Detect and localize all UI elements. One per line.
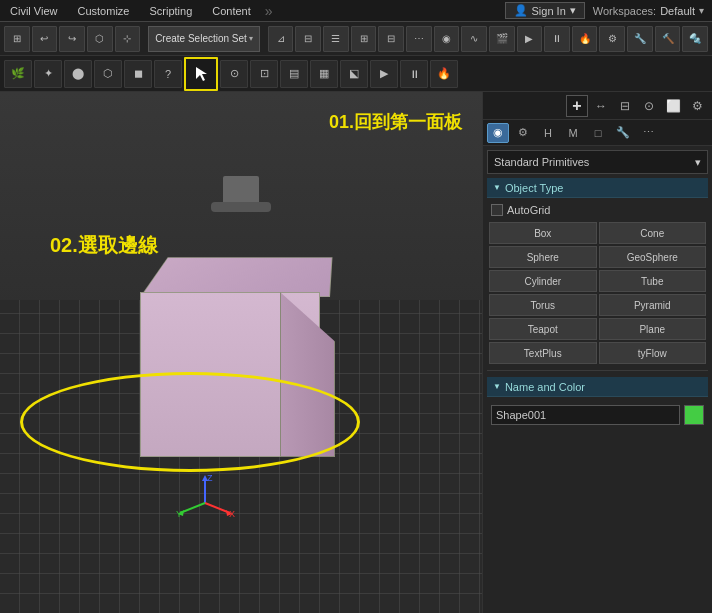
cylinder-btn[interactable]: ⬡: [94, 60, 122, 88]
tab-hierarchy[interactable]: H: [537, 123, 559, 143]
undo-btn[interactable]: ↩: [32, 26, 58, 52]
btn-cylinder[interactable]: Cylinder: [489, 270, 597, 292]
btn-cone[interactable]: Cone: [599, 222, 707, 244]
main-area: 01.回到第一面板 02.選取邊線 Z X Y +: [0, 92, 712, 613]
all-btn[interactable]: ▤: [280, 60, 308, 88]
tab-utilities[interactable]: 🔧: [612, 123, 634, 143]
select-obj-btn[interactable]: ⬡: [87, 26, 113, 52]
redo-btn[interactable]: ↪: [59, 26, 85, 52]
name-color-label: Name and Color: [505, 381, 585, 393]
workspaces-dropdown[interactable]: ▾: [699, 5, 704, 16]
select-btn[interactable]: ✦: [34, 60, 62, 88]
svg-marker-0: [196, 67, 207, 81]
color-swatch[interactable]: [684, 405, 704, 425]
sign-in-label: Sign In: [532, 5, 566, 17]
autogrid-label: AutoGrid: [507, 204, 550, 216]
tab-motion[interactable]: M: [562, 123, 584, 143]
circle-panel-icon: ⊙: [638, 95, 660, 117]
fire2-btn[interactable]: 🔥: [430, 60, 458, 88]
btn-sphere[interactable]: Sphere: [489, 246, 597, 268]
svg-text:Y: Y: [176, 509, 182, 519]
dropdown-icon: ▾: [570, 4, 576, 17]
btn-torus[interactable]: Torus: [489, 294, 597, 316]
foliage-btn[interactable]: 🌿: [4, 60, 32, 88]
invert-btn[interactable]: ⬕: [340, 60, 368, 88]
object-type-header[interactable]: ▼ Object Type: [487, 178, 708, 198]
extra1-btn[interactable]: 🔧: [627, 26, 653, 52]
align2-btn[interactable]: ☰: [323, 26, 349, 52]
tab-display[interactable]: □: [587, 123, 609, 143]
tab-extra[interactable]: ⋯: [637, 123, 659, 143]
workspaces-label: Workspaces:: [593, 5, 656, 17]
svg-text:Z: Z: [207, 473, 213, 483]
extra3-btn[interactable]: 🔩: [682, 26, 708, 52]
btn-plane[interactable]: Plane: [599, 318, 707, 340]
panel-header: + ↔ ⊟ ⊙ ⬜ ⚙: [483, 92, 712, 120]
btn-tube[interactable]: Tube: [599, 270, 707, 292]
shape-name-input[interactable]: [491, 405, 680, 425]
select-region-btn[interactable]: ⊹: [115, 26, 141, 52]
cursor-icon: [193, 66, 209, 82]
object-buttons-grid: Box Cone Sphere GeoSphere Cylinder Tube …: [487, 222, 708, 364]
name-color-section: ▼ Name and Color: [487, 377, 708, 429]
name-color-arrow-icon: ▼: [493, 382, 501, 391]
object-type-section: ▼ Object Type AutoGrid Box Cone Sphere G…: [487, 178, 708, 368]
name-color-header[interactable]: ▼ Name and Color: [487, 377, 708, 397]
category-tabs: ◉ ⚙ H M □ 🔧 ⋯: [483, 120, 712, 146]
box-btn[interactable]: ◼: [124, 60, 152, 88]
axis-widget: Z X Y: [175, 473, 235, 533]
primitives-label: Standard Primitives: [494, 156, 589, 168]
select-edge-btn[interactable]: [184, 57, 218, 91]
annotation-2: 02.選取邊線: [50, 232, 158, 259]
btn-geosphere[interactable]: GeoSphere: [599, 246, 707, 268]
tools-btn[interactable]: ⚙: [599, 26, 625, 52]
none-btn[interactable]: ▦: [310, 60, 338, 88]
menu-customize[interactable]: Customize: [67, 3, 139, 19]
loop-btn[interactable]: ⊙: [220, 60, 248, 88]
stack-panel-icon: ⊟: [614, 95, 636, 117]
btn-pyramid[interactable]: Pyramid: [599, 294, 707, 316]
btn-textplus[interactable]: TextPlus: [489, 342, 597, 364]
menu-bar: Civil View Customize Scripting Content »…: [0, 0, 712, 22]
mirror-btn[interactable]: ⊿: [268, 26, 294, 52]
autogrid-row: AutoGrid: [487, 202, 708, 218]
autogrid-checkbox[interactable]: [491, 204, 503, 216]
play-btn[interactable]: ▶: [370, 60, 398, 88]
layer-btn[interactable]: ⊟: [378, 26, 404, 52]
btn-teapot[interactable]: Teapot: [489, 318, 597, 340]
help-btn[interactable]: ?: [154, 60, 182, 88]
add-panel-button[interactable]: +: [566, 95, 588, 117]
material-btn[interactable]: ◉: [434, 26, 460, 52]
viewport[interactable]: 01.回到第一面板 02.選取邊線 Z X Y: [0, 92, 482, 613]
toolbar1: ⊞ ↩ ↪ ⬡ ⊹ Create Selection Set ▾ ⊿ ⊟ ☰ ⊞…: [0, 22, 712, 56]
primitives-dropdown-icon: ▾: [695, 156, 701, 169]
align3-btn[interactable]: ⊞: [351, 26, 377, 52]
render-setup-btn[interactable]: 🎬: [489, 26, 515, 52]
create-selection-set-button[interactable]: Create Selection Set ▾: [148, 26, 260, 52]
annotation-1: 01.回到第一面板: [329, 110, 462, 134]
tab-create[interactable]: ◉: [487, 123, 509, 143]
extra2-btn[interactable]: 🔨: [655, 26, 681, 52]
sphere-btn[interactable]: ⬤: [64, 60, 92, 88]
curve-btn[interactable]: ∿: [461, 26, 487, 52]
pause-btn[interactable]: ⏸: [400, 60, 428, 88]
sign-in-area: 👤 Sign In ▾: [505, 2, 593, 19]
snap-toggle-btn[interactable]: ⊞: [4, 26, 30, 52]
wrench-panel-icon: ⚙: [686, 95, 708, 117]
btn-tyflow[interactable]: tyFlow: [599, 342, 707, 364]
align-btn[interactable]: ⊟: [295, 26, 321, 52]
create-sel-label: Create Selection Set: [155, 33, 247, 44]
render-btn[interactable]: ▶: [517, 26, 543, 52]
workspaces-value: Default: [660, 5, 695, 17]
tab-modify[interactable]: ⚙: [512, 123, 534, 143]
primitives-dropdown[interactable]: Standard Primitives ▾: [487, 150, 708, 174]
schematic-btn[interactable]: ⋯: [406, 26, 432, 52]
btn-box[interactable]: Box: [489, 222, 597, 244]
menu-civil-view[interactable]: Civil View: [0, 3, 67, 19]
menu-scripting[interactable]: Scripting: [139, 3, 202, 19]
filter-btn[interactable]: ⊡: [250, 60, 278, 88]
menu-content[interactable]: Content: [202, 3, 261, 19]
fire-btn[interactable]: 🔥: [572, 26, 598, 52]
sign-in-button[interactable]: 👤 Sign In ▾: [505, 2, 585, 19]
render-frame-btn[interactable]: ⏸: [544, 26, 570, 52]
